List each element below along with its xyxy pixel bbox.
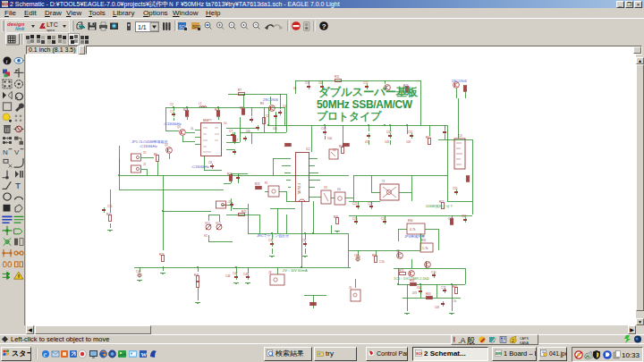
svg-text:X1: X1 — [143, 151, 147, 155]
svg-text:R41: R41 — [194, 274, 199, 277]
svg-text:103: 103 — [385, 140, 389, 144]
svg-text:C55: C55 — [453, 187, 458, 190]
svg-text:LTC: LTC — [47, 21, 58, 28]
svg-text:R23: R23 — [255, 182, 260, 186]
svg-text:C5: C5 — [305, 81, 309, 85]
svg-text:C2: C2 — [170, 103, 174, 106]
svg-text:1k: 1k — [191, 127, 194, 130]
svg-text:R9: R9 — [260, 102, 264, 105]
svg-text:F1: F1 — [265, 181, 268, 185]
svg-text:C4: C4 — [283, 105, 286, 108]
svg-text:R5: R5 — [154, 153, 157, 156]
svg-text:R65: R65 — [453, 285, 458, 289]
svg-text:MSP?: MSP? — [203, 119, 212, 122]
svg-text:4.7: 4.7 — [234, 139, 239, 142]
svg-text:W: W — [141, 351, 148, 358]
svg-text:?: ? — [322, 22, 326, 30]
svg-text:2V～10V 60mA: 2V～10V 60mA — [283, 268, 308, 273]
svg-text:C30: C30 — [268, 239, 274, 242]
svg-text:10u: 10u — [356, 255, 360, 258]
svg-text:10: 10 — [224, 122, 227, 125]
svg-text:VC2: VC2 — [216, 222, 221, 225]
svg-text:BRD: BRD — [496, 351, 502, 356]
svg-text:IC2: IC2 — [306, 147, 310, 151]
svg-text:C9: C9 — [266, 114, 269, 118]
svg-text:104: 104 — [327, 137, 332, 140]
svg-text:X4: X4 — [337, 188, 341, 191]
svg-text:2SC1906: 2SC1906 — [452, 79, 467, 83]
svg-text:R2: R2 — [183, 108, 187, 112]
svg-text:R71: R71 — [399, 269, 404, 273]
svg-text:33: 33 — [293, 87, 297, 90]
svg-text:C23: C23 — [352, 217, 358, 221]
svg-text:206田残帰ませ？: 206田残帰ませ？ — [426, 204, 453, 209]
svg-text:link: link — [15, 26, 25, 31]
svg-text:X2: X2 — [333, 148, 336, 152]
svg-text:T: T — [15, 181, 21, 190]
svg-text:C6: C6 — [318, 81, 322, 85]
svg-text:473: 473 — [412, 291, 417, 295]
svg-text:R60: R60 — [372, 254, 377, 257]
svg-text:C42: C42 — [233, 272, 238, 275]
svg-text:C70: C70 — [431, 271, 436, 274]
svg-text:C25: C25 — [448, 217, 453, 221]
svg-text:C44: C44 — [225, 274, 231, 278]
svg-text:N: N — [3, 148, 8, 156]
svg-text:C72: C72 — [441, 286, 446, 290]
svg-text:spice: spice — [47, 28, 55, 32]
svg-text:L1: L1 — [199, 102, 202, 105]
svg-text:22k: 22k — [246, 130, 250, 133]
svg-text:R57: R57 — [439, 200, 445, 204]
svg-text:R35: R35 — [334, 215, 339, 219]
svg-text:プロトタイプ: プロトタイプ — [317, 110, 382, 122]
svg-text:472: 472 — [365, 140, 369, 144]
svg-text:↓C1306kHz: ↓C1306kHz — [191, 164, 209, 169]
svg-text:C15: C15 — [107, 205, 113, 208]
svg-text:↓C1306kHz: ↓C1306kHz — [139, 144, 157, 148]
svg-text:J3: J3 — [268, 271, 272, 274]
svg-text:2: 2 — [512, 338, 514, 343]
svg-text:般: 般 — [467, 336, 475, 345]
svg-text:VC: VC — [204, 234, 208, 238]
svg-text:C33: C33 — [321, 127, 326, 130]
svg-text:J2: J2 — [228, 200, 232, 204]
svg-text:V: V — [14, 148, 20, 156]
svg-text:103: 103 — [435, 306, 439, 309]
svg-text:R21: R21 — [159, 253, 165, 257]
svg-text:C8: C8 — [208, 161, 212, 164]
svg-text:C22: C22 — [368, 202, 373, 206]
svg-text:.A: .A — [458, 336, 466, 345]
svg-text:1/1: 1/1 — [138, 24, 147, 30]
svg-text:R52: R52 — [426, 136, 431, 139]
svg-text:Q5: Q5 — [396, 249, 400, 253]
svg-text:SCH: SCH — [416, 351, 422, 356]
svg-text:i: i — [6, 58, 8, 64]
svg-text:R30: R30 — [408, 219, 413, 223]
svg-text:KANA: KANA — [520, 341, 529, 345]
svg-text:Q2: Q2 — [165, 143, 168, 147]
svg-text:1.7k: 1.7k — [422, 247, 428, 250]
svg-text:C56: C56 — [462, 215, 467, 218]
svg-text:C40: C40 — [136, 270, 141, 274]
svg-text:J1: J1 — [143, 163, 147, 166]
svg-text:C31: C31 — [301, 239, 307, 242]
svg-text:10k: 10k — [273, 127, 277, 130]
svg-text:TA7613: TA7613 — [298, 183, 301, 195]
svg-text:R8: R8 — [240, 106, 243, 110]
svg-text:C50: C50 — [386, 130, 392, 134]
svg-text:CAPS: CAPS — [520, 337, 529, 341]
svg-text:C51: C51 — [408, 130, 413, 134]
svg-text:2SC1906: 2SC1906 — [263, 97, 278, 102]
svg-text:R63: R63 — [426, 292, 431, 296]
svg-text:e: e — [44, 350, 47, 358]
svg-text:VC1: VC1 — [205, 222, 210, 225]
svg-text:C64: C64 — [417, 286, 422, 290]
svg-text:R4: R4 — [215, 108, 218, 112]
svg-text:R13: R13 — [403, 84, 409, 88]
svg-text:C12: C12 — [363, 81, 369, 85]
svg-text:R36: R36 — [339, 145, 344, 148]
svg-text:R20: R20 — [106, 213, 112, 216]
svg-text:T1: T1 — [382, 180, 386, 183]
svg-text:Q1: Q1 — [177, 125, 181, 129]
svg-text:4.7k: 4.7k — [410, 228, 416, 232]
